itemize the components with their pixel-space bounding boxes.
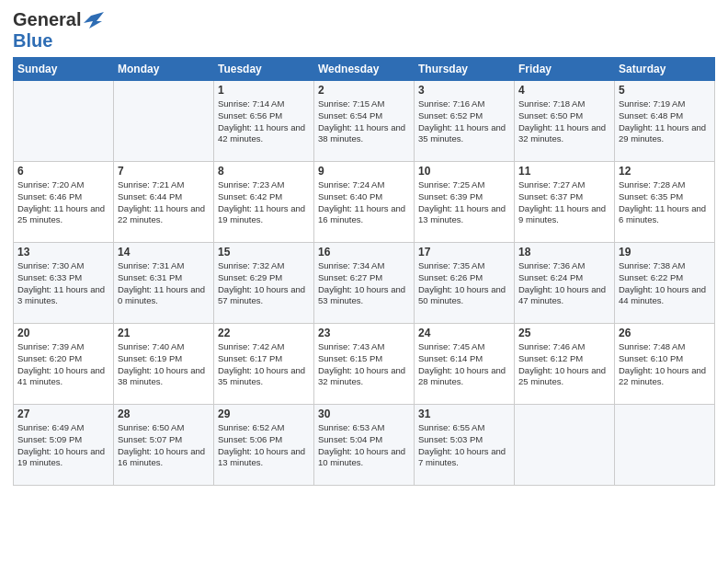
calendar-cell: 18Sunrise: 7:36 AM Sunset: 6:24 PM Dayli… [515,243,615,324]
calendar-cell: 8Sunrise: 7:23 AM Sunset: 6:42 PM Daylig… [214,162,314,243]
day-number: 28 [118,408,210,420]
col-header-thursday: Thursday [415,58,515,81]
col-header-monday: Monday [114,58,214,81]
day-number: 27 [17,408,109,420]
day-number: 20 [17,327,109,339]
calendar-cell [14,81,114,162]
day-info: Sunrise: 7:34 AM Sunset: 6:27 PM Dayligh… [318,260,410,307]
calendar-table: SundayMondayTuesdayWednesdayThursdayFrid… [13,57,715,486]
col-header-friday: Friday [515,58,615,81]
day-number: 17 [418,246,510,259]
day-number: 18 [518,246,610,259]
day-info: Sunrise: 7:35 AM Sunset: 6:26 PM Dayligh… [418,260,510,307]
day-info: Sunrise: 7:43 AM Sunset: 6:15 PM Dayligh… [318,341,410,388]
calendar-cell: 2Sunrise: 7:15 AM Sunset: 6:54 PM Daylig… [314,81,415,162]
day-number: 3 [418,84,510,97]
day-info: Sunrise: 7:27 AM Sunset: 6:37 PM Dayligh… [518,179,610,226]
calendar-cell: 1Sunrise: 7:14 AM Sunset: 6:56 PM Daylig… [214,81,314,162]
calendar-cell: 31Sunrise: 6:55 AM Sunset: 5:03 PM Dayli… [415,405,515,486]
day-info: Sunrise: 7:48 AM Sunset: 6:10 PM Dayligh… [619,341,711,388]
header-row: SundayMondayTuesdayWednesdayThursdayFrid… [14,58,715,81]
week-row-3: 13Sunrise: 7:30 AM Sunset: 6:33 PM Dayli… [14,243,715,324]
calendar-cell: 20Sunrise: 7:39 AM Sunset: 6:20 PM Dayli… [14,324,114,405]
calendar-cell [114,81,214,162]
week-row-4: 20Sunrise: 7:39 AM Sunset: 6:20 PM Dayli… [14,324,715,405]
day-number: 30 [318,408,410,420]
day-number: 14 [118,246,210,259]
day-info: Sunrise: 7:14 AM Sunset: 6:56 PM Dayligh… [218,98,310,145]
header: General Blue [13,9,715,52]
day-number: 11 [518,165,610,178]
day-info: Sunrise: 7:28 AM Sunset: 6:35 PM Dayligh… [619,179,711,226]
calendar-cell: 28Sunrise: 6:50 AM Sunset: 5:07 PM Dayli… [114,405,214,486]
day-info: Sunrise: 7:40 AM Sunset: 6:19 PM Dayligh… [118,341,210,388]
calendar-cell: 15Sunrise: 7:32 AM Sunset: 6:29 PM Dayli… [214,243,314,324]
calendar-cell: 7Sunrise: 7:21 AM Sunset: 6:44 PM Daylig… [114,162,214,243]
day-info: Sunrise: 7:15 AM Sunset: 6:54 PM Dayligh… [318,98,410,145]
day-info: Sunrise: 7:39 AM Sunset: 6:20 PM Dayligh… [17,341,109,388]
day-info: Sunrise: 6:49 AM Sunset: 5:09 PM Dayligh… [17,422,109,469]
day-info: Sunrise: 7:18 AM Sunset: 6:50 PM Dayligh… [518,98,610,145]
day-info: Sunrise: 7:36 AM Sunset: 6:24 PM Dayligh… [518,260,610,307]
logo-blue: Blue [13,30,52,51]
calendar-cell: 12Sunrise: 7:28 AM Sunset: 6:35 PM Dayli… [615,162,715,243]
day-info: Sunrise: 6:53 AM Sunset: 5:04 PM Dayligh… [318,422,410,469]
calendar-cell: 24Sunrise: 7:45 AM Sunset: 6:14 PM Dayli… [415,324,515,405]
calendar-cell: 5Sunrise: 7:19 AM Sunset: 6:48 PM Daylig… [615,81,715,162]
calendar-cell: 27Sunrise: 6:49 AM Sunset: 5:09 PM Dayli… [14,405,114,486]
calendar-cell: 3Sunrise: 7:16 AM Sunset: 6:52 PM Daylig… [415,81,515,162]
col-header-tuesday: Tuesday [214,58,314,81]
calendar-cell: 25Sunrise: 7:46 AM Sunset: 6:12 PM Dayli… [515,324,615,405]
day-number: 10 [418,165,510,178]
calendar-cell: 16Sunrise: 7:34 AM Sunset: 6:27 PM Dayli… [314,243,415,324]
day-number: 1 [218,84,310,97]
calendar-cell [615,405,715,486]
day-info: Sunrise: 7:19 AM Sunset: 6:48 PM Dayligh… [619,98,711,145]
day-info: Sunrise: 6:50 AM Sunset: 5:07 PM Dayligh… [118,422,210,469]
day-info: Sunrise: 7:25 AM Sunset: 6:39 PM Dayligh… [418,179,510,226]
day-number: 19 [619,246,711,259]
calendar-cell: 14Sunrise: 7:31 AM Sunset: 6:31 PM Dayli… [114,243,214,324]
day-number: 22 [218,327,310,339]
calendar-cell: 29Sunrise: 6:52 AM Sunset: 5:06 PM Dayli… [214,405,314,486]
day-info: Sunrise: 7:38 AM Sunset: 6:22 PM Dayligh… [619,260,711,307]
svg-marker-0 [84,12,104,29]
day-info: Sunrise: 7:21 AM Sunset: 6:44 PM Dayligh… [118,179,210,226]
week-row-5: 27Sunrise: 6:49 AM Sunset: 5:09 PM Dayli… [14,405,715,486]
day-info: Sunrise: 7:24 AM Sunset: 6:40 PM Dayligh… [318,179,410,226]
day-number: 8 [218,165,310,178]
calendar-cell: 21Sunrise: 7:40 AM Sunset: 6:19 PM Dayli… [114,324,214,405]
calendar-cell: 19Sunrise: 7:38 AM Sunset: 6:22 PM Dayli… [615,243,715,324]
day-number: 13 [17,246,109,259]
day-number: 5 [619,84,711,97]
day-number: 4 [518,84,610,97]
calendar-cell: 10Sunrise: 7:25 AM Sunset: 6:39 PM Dayli… [415,162,515,243]
day-info: Sunrise: 7:45 AM Sunset: 6:14 PM Dayligh… [418,341,510,388]
day-number: 16 [318,246,410,259]
day-info: Sunrise: 7:31 AM Sunset: 6:31 PM Dayligh… [118,260,210,307]
day-info: Sunrise: 7:42 AM Sunset: 6:17 PM Dayligh… [218,341,310,388]
day-info: Sunrise: 7:30 AM Sunset: 6:33 PM Dayligh… [17,260,109,307]
day-number: 2 [318,84,410,97]
calendar-cell: 9Sunrise: 7:24 AM Sunset: 6:40 PM Daylig… [314,162,415,243]
day-number: 21 [118,327,210,339]
day-number: 23 [318,327,410,339]
day-number: 29 [218,408,310,420]
page: General Blue SundayMondayTuesdayWednesda… [0,0,728,499]
day-number: 12 [619,165,711,178]
day-number: 26 [619,327,711,339]
day-number: 7 [118,165,210,178]
day-number: 15 [218,246,310,259]
day-info: Sunrise: 6:55 AM Sunset: 5:03 PM Dayligh… [418,422,510,469]
col-header-sunday: Sunday [14,58,114,81]
calendar-cell: 4Sunrise: 7:18 AM Sunset: 6:50 PM Daylig… [515,81,615,162]
day-info: Sunrise: 7:32 AM Sunset: 6:29 PM Dayligh… [218,260,310,307]
logo-general: General [13,9,81,30]
day-number: 24 [418,327,510,339]
day-info: Sunrise: 7:16 AM Sunset: 6:52 PM Dayligh… [418,98,510,145]
day-number: 25 [518,327,610,339]
day-number: 6 [17,165,109,178]
week-row-1: 1Sunrise: 7:14 AM Sunset: 6:56 PM Daylig… [14,81,715,162]
day-number: 9 [318,165,410,178]
day-info: Sunrise: 7:23 AM Sunset: 6:42 PM Dayligh… [218,179,310,226]
